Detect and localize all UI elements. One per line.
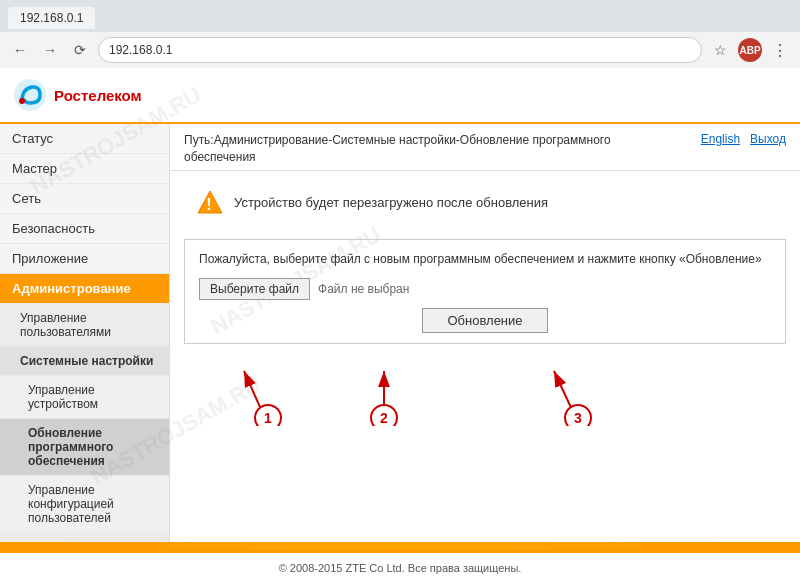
browser-chrome: 192.168.0.1 ← → ⟳ ☆ АВР ⋮	[0, 0, 800, 68]
tab-bar: 192.168.0.1	[0, 0, 800, 32]
copyright-text: © 2008-2015 ZTE Co Ltd. Все права защище…	[279, 562, 522, 574]
sidebar-item-application[interactable]: Приложение	[0, 244, 169, 274]
warning-box: ! Устройство будет перезагружено после о…	[184, 181, 786, 225]
sidebar-item-master[interactable]: Мастер	[0, 154, 169, 184]
file-status-label: Файл не выбран	[318, 282, 409, 296]
sidebar-item-security[interactable]: Безопасность	[0, 214, 169, 244]
header-links: English Выход	[701, 132, 786, 146]
sidebar-item-user-mgmt[interactable]: Управление пользователями	[0, 304, 169, 347]
arrow-3: 3	[514, 356, 614, 426]
update-box: Пожалуйста, выберите файл с новым програ…	[184, 239, 786, 344]
user-avatar[interactable]: АВР	[738, 38, 762, 62]
sidebar-item-event-log[interactable]: Управление журналами событий	[0, 533, 169, 542]
sidebar-item-firmware[interactable]: Обновление программного обеспечения	[0, 419, 169, 476]
sidebar-item-network[interactable]: Сеть	[0, 184, 169, 214]
content-header: Путь:Администрирование-Системные настрой…	[170, 124, 800, 171]
choose-file-button[interactable]: Выберите файл	[199, 278, 310, 300]
annotations-area: 1 2	[184, 356, 786, 436]
footer-orange-bar	[0, 542, 800, 550]
svg-text:2: 2	[380, 410, 388, 426]
update-button[interactable]: Обновление	[422, 308, 547, 333]
address-bar[interactable]	[98, 37, 702, 63]
breadcrumb: Путь:Администрирование-Системные настрой…	[184, 132, 664, 166]
reload-button[interactable]: ⟳	[68, 38, 92, 62]
page-header: Ростелеком	[0, 68, 800, 124]
main-area: Статус Мастер Сеть Безопасность Приложен…	[0, 124, 800, 542]
arrow-2: 2	[344, 356, 444, 426]
sidebar-item-config-mgmt[interactable]: Управление конфигурацией пользователей	[0, 476, 169, 533]
footer-area: © 2008-2015 ZTE Co Ltd. Все права защище…	[0, 542, 800, 582]
english-link[interactable]: English	[701, 132, 740, 146]
file-row: Выберите файл Файл не выбран	[199, 278, 771, 300]
page-wrapper: NASTROJSAM.RU NASTROJSAM.RU NASTROJSAM.R…	[0, 68, 800, 582]
sidebar: Статус Мастер Сеть Безопасность Приложен…	[0, 124, 170, 542]
content-area: Путь:Администрирование-Системные настрой…	[170, 124, 800, 542]
logo-icon	[12, 77, 48, 113]
warning-icon: !	[196, 189, 224, 217]
warning-text: Устройство будет перезагружено после обн…	[234, 195, 548, 210]
browser-menu-button[interactable]: ⋮	[768, 38, 792, 62]
browser-toolbar: ← → ⟳ ☆ АВР ⋮	[0, 32, 800, 68]
forward-button[interactable]: →	[38, 38, 62, 62]
sidebar-item-status[interactable]: Статус	[0, 124, 169, 154]
update-description: Пожалуйста, выберите файл с новым програ…	[199, 250, 771, 268]
logo-area: Ростелеком	[12, 77, 142, 113]
logo-text: Ростелеком	[54, 87, 142, 104]
svg-text:3: 3	[574, 410, 582, 426]
sidebar-item-sys-settings[interactable]: Системные настройки	[0, 347, 169, 376]
bookmark-icon[interactable]: ☆	[708, 38, 732, 62]
svg-text:!: !	[206, 196, 211, 213]
update-btn-row: Обновление	[199, 308, 771, 333]
logout-link[interactable]: Выход	[750, 132, 786, 146]
svg-text:1: 1	[264, 410, 272, 426]
back-button[interactable]: ←	[8, 38, 32, 62]
arrow-1: 1	[204, 356, 324, 426]
browser-tab[interactable]: 192.168.0.1	[8, 7, 95, 29]
content-body: ! Устройство будет перезагружено после о…	[170, 171, 800, 446]
footer: © 2008-2015 ZTE Co Ltd. Все права защище…	[0, 550, 800, 582]
sidebar-item-admin[interactable]: Администрование	[0, 274, 169, 304]
svg-point-1	[19, 98, 25, 104]
sidebar-item-device-mgmt[interactable]: Управление устройством	[0, 376, 169, 419]
